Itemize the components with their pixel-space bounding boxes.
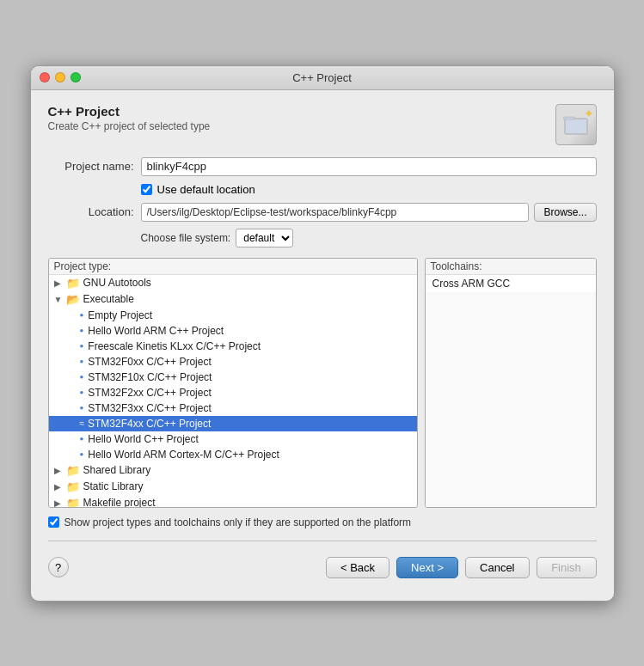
svg-rect-1: [563, 117, 575, 119]
svg-rect-0: [565, 119, 587, 134]
browse-button[interactable]: Browse...: [534, 203, 596, 222]
list-item-label: STM32F2xx C/C++ Project: [88, 387, 211, 399]
project-type-list[interactable]: ▶📁GNU Autotools▼📂Executable●Empty Projec…: [49, 275, 417, 507]
list-item[interactable]: ●STM32F0xx C/C++ Project: [49, 354, 417, 370]
list-item[interactable]: ●STM32F3xx C/C++ Project: [49, 400, 417, 416]
filesystem-row: Choose file system: default: [48, 229, 597, 247]
help-button[interactable]: ?: [48, 557, 69, 577]
window-title: C++ Project: [31, 71, 614, 84]
filesystem-select[interactable]: default: [236, 229, 293, 247]
tree-expander: ▶: [54, 498, 66, 507]
project-name-input[interactable]: [141, 157, 597, 176]
tree-expander: ▶: [54, 466, 66, 475]
show-types-checkbox[interactable]: [48, 516, 59, 528]
list-item[interactable]: ●STM32F10x C/C++ Project: [49, 370, 417, 385]
dialog-title: C++ Project: [48, 104, 211, 119]
filesystem-label: Choose file system:: [141, 232, 231, 244]
show-types-row: Show project types and toolchains only i…: [48, 516, 597, 529]
next-button[interactable]: Next >: [396, 557, 458, 578]
titlebar: C++ Project: [31, 66, 614, 90]
list-item[interactable]: ≈STM32F4xx C/C++ Project: [49, 416, 417, 431]
cancel-button[interactable]: Cancel: [465, 557, 529, 578]
folder-icon: 📁: [66, 480, 80, 493]
bullet-icon: ●: [80, 342, 84, 350]
list-item-label: STM32F4xx C/C++ Project: [88, 418, 211, 430]
toolchains-list-container: Toolchains: Cross ARM GCC: [425, 258, 597, 508]
tree-expander: ▶: [54, 482, 66, 492]
toolchains-header: Toolchains:: [426, 259, 596, 275]
close-button[interactable]: [40, 72, 50, 82]
list-item[interactable]: ●Hello World ARM Cortex-M C/C++ Project: [49, 447, 417, 462]
list-item-label: STM32F0xx C/C++ Project: [88, 356, 211, 368]
folder-icon: 📁: [66, 497, 80, 507]
folder-icon: 📁: [66, 464, 80, 477]
list-item[interactable]: ▶📁Makefile project: [49, 495, 417, 507]
list-item-label: Makefile project: [83, 497, 156, 507]
buttons-row: ? < Back Next > Cancel Finish: [48, 552, 597, 587]
list-item-label: Hello World ARM Cortex-M C/C++ Project: [88, 449, 279, 461]
list-item-label: Hello World ARM C++ Project: [88, 325, 224, 337]
list-item[interactable]: ▼📂Executable: [49, 291, 417, 308]
wavy-icon: ≈: [80, 419, 85, 428]
header-text: C++ Project Create C++ project of select…: [48, 104, 211, 132]
separator: [48, 541, 597, 541]
tree-expander: ▶: [54, 278, 66, 288]
project-type-header: Project type:: [49, 259, 417, 275]
maximize-button[interactable]: [71, 72, 81, 82]
folder-icon: 📁: [66, 277, 80, 290]
project-type-list-container: Project type: ▶📁GNU Autotools▼📂Executabl…: [48, 258, 418, 508]
bullet-icon: ●: [80, 450, 84, 458]
project-name-row: Project name:: [48, 157, 597, 176]
list-item-label: Static Library: [83, 480, 144, 492]
location-input[interactable]: [141, 203, 530, 222]
bullet-icon: ●: [80, 373, 84, 381]
list-item[interactable]: ▶📁Shared Library: [49, 462, 417, 479]
list-item-label: Executable: [83, 293, 134, 305]
list-item[interactable]: ▶📁GNU Autotools: [49, 275, 417, 291]
list-item[interactable]: ●Hello World C++ Project: [49, 431, 417, 447]
lists-row: Project type: ▶📁GNU Autotools▼📂Executabl…: [48, 258, 597, 508]
dialog-content: C++ Project Create C++ project of select…: [31, 90, 614, 601]
list-item-label: STM32F10x C/C++ Project: [88, 371, 212, 383]
bullet-icon: ●: [80, 435, 84, 443]
bullet-icon: ●: [80, 357, 84, 365]
list-item-label: GNU Autotools: [83, 277, 151, 289]
toolchains-list[interactable]: Cross ARM GCC: [426, 275, 596, 507]
list-item-label: STM32F3xx C/C++ Project: [88, 402, 211, 414]
bullet-icon: ●: [80, 311, 84, 319]
use-default-location-label: Use default location: [157, 183, 255, 196]
list-item[interactable]: ▶📁Static Library: [49, 479, 417, 495]
use-default-location-checkbox[interactable]: [141, 184, 152, 195]
toolchain-item[interactable]: Cross ARM GCC: [426, 275, 596, 292]
dialog-header: C++ Project Create C++ project of select…: [48, 104, 597, 145]
dialog-window: C++ Project C++ Project Create C++ proje…: [30, 65, 615, 602]
list-item[interactable]: ●STM32F2xx C/C++ Project: [49, 385, 417, 400]
dialog-icon: [555, 104, 597, 145]
show-types-label: Show project types and toolchains only i…: [64, 516, 412, 529]
minimize-button[interactable]: [55, 72, 65, 82]
bullet-icon: ●: [80, 404, 84, 412]
list-item[interactable]: ●Freescale Kinetis KLxx C/C++ Project: [49, 339, 417, 354]
location-row: Location: Browse...: [48, 203, 597, 222]
list-item[interactable]: ●Empty Project: [49, 308, 417, 323]
bullet-icon: ●: [80, 327, 84, 334]
bullet-icon: ●: [80, 388, 84, 396]
list-item-label: Hello World C++ Project: [88, 433, 199, 445]
back-button[interactable]: < Back: [326, 557, 389, 578]
finish-button[interactable]: Finish: [537, 557, 597, 578]
project-name-label: Project name:: [48, 160, 134, 173]
dialog-subtitle: Create C++ project of selected type: [48, 120, 211, 132]
list-item-label: Freescale Kinetis KLxx C/C++ Project: [88, 340, 261, 352]
use-default-location-row: Use default location: [48, 183, 597, 196]
list-item-label: Shared Library: [83, 464, 151, 476]
list-item[interactable]: ●Hello World ARM C++ Project: [49, 323, 417, 339]
tree-expander: ▼: [54, 295, 66, 304]
folder-open-icon: 📂: [66, 293, 80, 306]
traffic-lights: [40, 72, 81, 82]
location-label: Location:: [48, 205, 134, 218]
list-item-label: Empty Project: [88, 309, 152, 321]
